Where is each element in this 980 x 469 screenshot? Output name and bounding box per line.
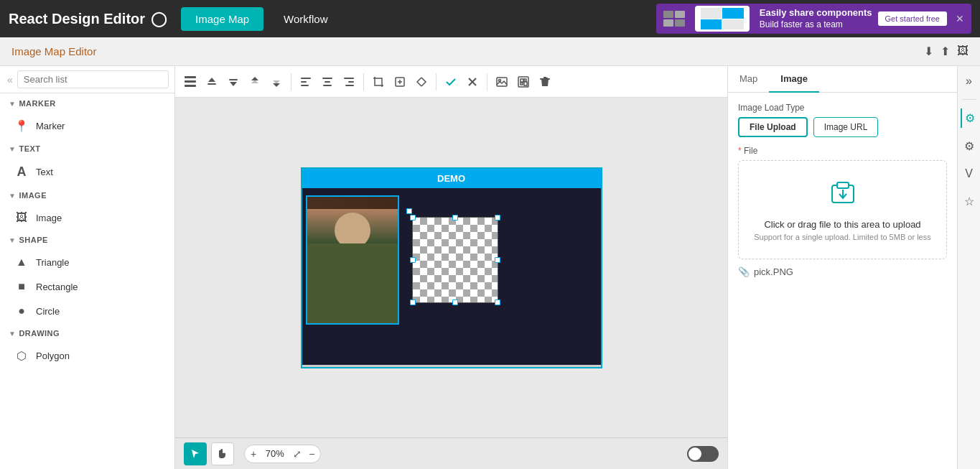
nav-workflow-button[interactable]: Workflow (269, 7, 342, 31)
ad-banner: Easily share components Build faster as … (656, 4, 971, 34)
github-icon: ◯ (151, 10, 167, 27)
resize-handle-bm[interactable] (452, 299, 458, 305)
toolbar-align-right-button[interactable] (340, 73, 358, 90)
section-header-drawing[interactable]: ▼ DRAWING (0, 323, 174, 343)
workflow-settings-icon[interactable]: ⚙ (961, 136, 977, 156)
svg-rect-2 (185, 85, 196, 87)
collapse-right-icon[interactable]: » (963, 72, 975, 90)
svg-rect-34 (540, 78, 550, 80)
svg-rect-13 (345, 85, 354, 86)
download-icon[interactable]: ⬇ (924, 45, 933, 58)
resize-handle-br[interactable] (495, 299, 500, 305)
svg-rect-27 (521, 79, 523, 82)
cursor-tool-button[interactable] (184, 442, 207, 465)
sidebar-content: ▼ MARKER 📍 Marker ▼ TEXT A Text ▼ IMAGE (0, 93, 174, 469)
toggle-switch[interactable] (687, 446, 719, 462)
fullscreen-button[interactable]: ⤢ (291, 447, 303, 461)
svg-rect-10 (323, 85, 332, 86)
nav-imagemap-button[interactable]: Image Map (181, 7, 263, 31)
sidebar-item-text[interactable]: A Text (0, 159, 174, 185)
app-title: React Design Editor ◯ (9, 10, 167, 27)
file-upload-button[interactable]: File Upload (738, 117, 808, 137)
section-header-image[interactable]: ▼ IMAGE (0, 185, 174, 205)
toolbar-crop-alt-button[interactable] (391, 73, 409, 90)
star-icon[interactable]: ☆ (961, 192, 977, 211)
zoom-out-button[interactable]: − (307, 447, 316, 461)
toolbar-map-button[interactable] (514, 73, 533, 90)
resize-handle-tl[interactable] (410, 215, 416, 220)
toolbar-bring-to-front-button[interactable] (246, 73, 264, 90)
hand-tool-button[interactable] (211, 442, 234, 465)
toolbar-align-center-button[interactable] (318, 73, 337, 90)
toolbar-send-to-back-button[interactable] (267, 73, 286, 90)
toolbar-layers-button[interactable] (181, 73, 200, 90)
sub-header-icons: ⬇ ⬆ 🖼 (924, 45, 969, 58)
chevron-down-icon: ▼ (9, 192, 16, 200)
sidebar-item-image[interactable]: 🖼 Image (0, 205, 174, 230)
sidebar-item-marker[interactable]: 📍 Marker (0, 113, 174, 139)
svg-rect-5 (301, 78, 311, 79)
checker-element (412, 217, 498, 303)
resize-handle-lm[interactable] (410, 257, 416, 263)
image-load-type-label: Image Load Type (738, 103, 947, 113)
image-url-button[interactable]: Image URL (813, 117, 879, 137)
load-type-buttons: File Upload Image URL (738, 117, 947, 137)
resize-handle-tm[interactable] (452, 215, 458, 220)
bottom-bar: + 70% ⤢ − (175, 437, 727, 469)
ad-cta-button[interactable]: Get started free (878, 11, 947, 26)
settings-icon[interactable]: ⚙ (961, 108, 978, 128)
section-header-marker[interactable]: ▼ MARKER (0, 93, 174, 113)
resize-handle-rm[interactable] (495, 257, 500, 263)
svg-rect-0 (185, 76, 196, 78)
toolbar-crop-button[interactable] (369, 73, 388, 90)
toggle-knob (689, 447, 701, 460)
toolbar-bring-forward-button[interactable] (202, 73, 221, 90)
chevron-down-icon: ▼ (9, 236, 16, 244)
svg-rect-36 (837, 182, 849, 188)
app-title-text: React Design Editor (9, 11, 145, 27)
main-layout: « ▼ MARKER 📍 Marker ▼ TEXT A Text (0, 66, 980, 469)
demo-image-element (306, 195, 399, 325)
sub-header-title: Image Map Editor (11, 45, 96, 57)
file-label: * File (738, 146, 947, 156)
tab-image[interactable]: Image (769, 66, 819, 93)
sidebar: « ▼ MARKER 📍 Marker ▼ TEXT A Text (0, 66, 175, 469)
image-icon[interactable]: 🖼 (957, 45, 969, 58)
element-marker (406, 208, 412, 214)
section-header-shape[interactable]: ▼ SHAPE (0, 230, 174, 250)
zoom-controls: + 70% ⤢ − (244, 445, 321, 463)
triangle-icon: ▲ (14, 256, 29, 269)
toolbar-divider-3 (436, 73, 437, 90)
ad-close-icon[interactable]: ✕ (956, 13, 964, 24)
sidebar-item-rectangle[interactable]: ■ Rectangle (0, 274, 174, 299)
far-right-divider (962, 99, 976, 100)
toolbar-cancel-button[interactable] (463, 73, 482, 90)
polygon-icon: ⬡ (14, 349, 29, 363)
sidebar-item-triangle[interactable]: ▲ Triangle (0, 250, 174, 274)
upload-icon[interactable]: ⬆ (941, 45, 950, 58)
sidebar-item-circle[interactable]: ● Circle (0, 299, 174, 323)
search-input[interactable] (17, 70, 169, 88)
paperclip-icon: 📎 (738, 266, 750, 277)
top-nav: React Design Editor ◯ Image Map Workflow… (0, 0, 980, 37)
toolbar-flip-button[interactable] (412, 73, 431, 90)
resize-handle-tr[interactable] (495, 215, 500, 220)
sidebar-item-polygon[interactable]: ⬡ Polygon (0, 343, 174, 368)
toolbar-send-backward-button[interactable] (224, 73, 243, 90)
sidebar-top: « (0, 66, 174, 93)
svg-rect-28 (524, 79, 526, 81)
upload-area[interactable]: Click or drag file to this area to uploa… (738, 160, 947, 259)
section-header-text[interactable]: ▼ TEXT (0, 139, 174, 159)
zoom-in-button[interactable]: + (249, 447, 258, 461)
circle-icon: ● (14, 305, 29, 317)
toolbar-delete-button[interactable] (536, 73, 554, 90)
toolbar-add-image-button[interactable] (493, 73, 511, 90)
tab-map[interactable]: Map (728, 66, 769, 93)
sidebar-collapse-icon[interactable]: « (6, 73, 14, 87)
vimeo-icon[interactable]: V (962, 164, 976, 183)
svg-rect-3 (207, 83, 216, 85)
ad-text: Easily share components Build faster as … (760, 7, 872, 30)
toolbar-align-left-button[interactable] (297, 73, 315, 90)
resize-handle-bl[interactable] (410, 299, 416, 305)
toolbar-confirm-button[interactable] (442, 73, 460, 90)
